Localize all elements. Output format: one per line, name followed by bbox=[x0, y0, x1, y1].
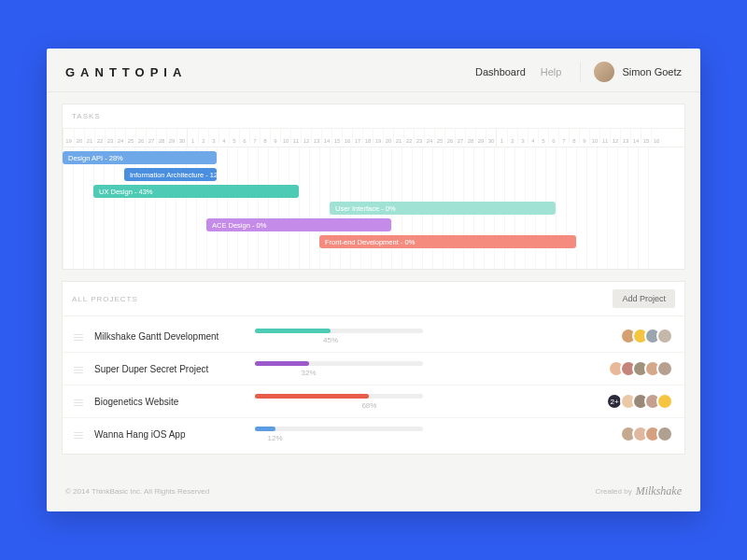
add-project-button[interactable]: Add Project bbox=[613, 289, 675, 308]
gantt-bar[interactable]: Information Architecture - 12% bbox=[124, 168, 217, 181]
gantt-bar[interactable]: Front-end Development - 0% bbox=[319, 235, 576, 248]
project-name: Milkshake Gantt Development bbox=[87, 331, 246, 342]
avatar bbox=[594, 62, 614, 82]
nav-help[interactable]: Help bbox=[541, 66, 562, 77]
progress-wrap: 12% bbox=[255, 427, 611, 442]
gantt-bars: Design API - 28%Information Architecture… bbox=[63, 147, 684, 269]
team-avatars bbox=[620, 426, 673, 442]
team-avatar[interactable] bbox=[656, 393, 673, 410]
team-avatar[interactable] bbox=[656, 328, 673, 344]
logo: GANTTOPIA bbox=[65, 65, 187, 79]
gantt-timeline: MARCH192021222324252627282930APRIL123456… bbox=[63, 129, 684, 147]
project-name: Super Duper Secret Project bbox=[87, 364, 246, 374]
drag-handle-icon[interactable]: ——— bbox=[74, 430, 87, 439]
header: GANTTOPIA Dashboard Help Simon Goetz bbox=[47, 49, 700, 92]
team-avatar[interactable] bbox=[656, 426, 673, 442]
progress-wrap: 68% bbox=[255, 394, 597, 410]
project-row[interactable]: ———Super Duper Secret Project32% bbox=[63, 353, 684, 385]
progress-wrap: 45% bbox=[255, 329, 611, 344]
drag-handle-icon[interactable]: ——— bbox=[74, 365, 87, 373]
tasks-panel-title: TASKS bbox=[63, 105, 684, 129]
project-row[interactable]: ———Milkshake Gantt Development45% bbox=[63, 320, 684, 353]
gantt-bar[interactable]: Design API - 28% bbox=[63, 151, 217, 164]
drag-handle-icon[interactable]: ——— bbox=[74, 398, 87, 406]
footer: © 2014 ThinkBasic Inc. All Rights Reserv… bbox=[47, 477, 700, 511]
projects-list: ———Milkshake Gantt Development45%———Supe… bbox=[63, 316, 684, 454]
team-avatars bbox=[620, 328, 673, 344]
projects-panel-header: ALL PROJECTS Add Project bbox=[63, 282, 684, 316]
progress-wrap: 32% bbox=[255, 361, 599, 377]
brand-mark: Milkshake bbox=[636, 484, 682, 498]
created-by-label: Created by bbox=[596, 487, 632, 496]
gantt-bar[interactable]: User Interface - 0% bbox=[330, 202, 556, 215]
nav: Dashboard Help Simon Goetz bbox=[475, 62, 682, 82]
gantt-bar[interactable]: UX Design - 43% bbox=[93, 185, 299, 198]
content: TASKS MARCH192021222324252627282930APRIL… bbox=[47, 92, 700, 477]
project-row[interactable]: ———Wanna Hang iOS App12% bbox=[63, 418, 684, 450]
project-name: Biogenetics Website bbox=[87, 397, 246, 407]
user-menu[interactable]: Simon Goetz bbox=[580, 62, 682, 82]
gantt-bar[interactable]: ACE Design - 0% bbox=[206, 218, 391, 231]
projects-panel-title: ALL PROJECTS bbox=[72, 295, 138, 303]
gantt-chart: MARCH192021222324252627282930APRIL123456… bbox=[63, 129, 684, 269]
team-avatars: 2+ bbox=[606, 393, 673, 410]
projects-panel: ALL PROJECTS Add Project ———Milkshake Ga… bbox=[62, 281, 685, 455]
nav-dashboard[interactable]: Dashboard bbox=[475, 66, 526, 77]
project-row[interactable]: ———Biogenetics Website68%2+ bbox=[63, 385, 684, 418]
copyright: © 2014 ThinkBasic Inc. All Rights Reserv… bbox=[65, 487, 209, 496]
project-name: Wanna Hang iOS App bbox=[87, 429, 246, 440]
user-name: Simon Goetz bbox=[622, 66, 682, 77]
footer-credit: Created by Milkshake bbox=[596, 484, 682, 498]
tasks-panel: TASKS MARCH192021222324252627282930APRIL… bbox=[62, 104, 685, 270]
app-window: GANTTOPIA Dashboard Help Simon Goetz TAS… bbox=[47, 49, 700, 511]
team-avatars bbox=[608, 360, 673, 377]
gantt-bar-trail bbox=[299, 185, 556, 198]
team-avatar[interactable] bbox=[656, 360, 673, 377]
drag-handle-icon[interactable]: ——— bbox=[74, 332, 87, 341]
